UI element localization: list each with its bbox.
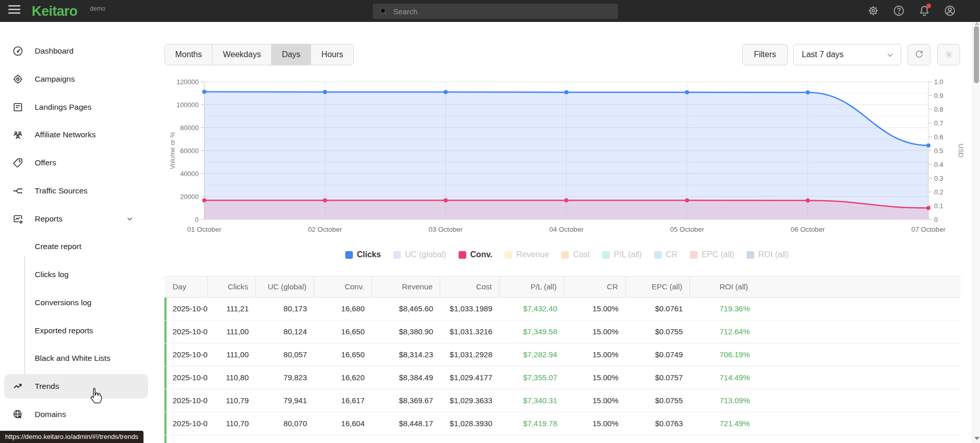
column-header-day[interactable]: Day: [164, 277, 208, 297]
legend-swatch: [602, 251, 610, 259]
table-cell: 107.21%: [690, 435, 961, 443]
table-cell: $1,031.3216: [440, 321, 499, 343]
sidebar-item-create-report[interactable]: Create report: [0, 234, 153, 259]
sidebar-item-label: Conversions log: [35, 298, 91, 307]
column-header-revenue[interactable]: Revenue: [372, 277, 440, 297]
svg-text:0.4: 0.4: [934, 161, 943, 168]
sidebar-item-conversions-log[interactable]: Conversions log: [0, 290, 153, 315]
legend-item-revenue[interactable]: Revenue: [505, 250, 549, 259]
legend-label: Revenue: [516, 250, 549, 259]
table-cell: $7,432.40: [499, 298, 564, 320]
column-header-cost[interactable]: Cost: [440, 277, 499, 297]
svg-text:100000: 100000: [177, 101, 199, 109]
trends-chart[interactable]: 02000040000600008000010000012000000.10.2…: [169, 60, 975, 240]
svg-text:0.1: 0.1: [934, 202, 943, 210]
sidebar-item-exported-reports[interactable]: Exported reports: [0, 318, 153, 343]
sidebar-item-label: Reports: [35, 214, 62, 224]
sidebar-item-dashboard[interactable]: Dashboard: [0, 39, 153, 63]
help-icon: [893, 5, 905, 17]
hamburger-menu-icon[interactable]: [8, 5, 21, 16]
table-cell: $1,033.1989: [440, 298, 499, 320]
header-account-button[interactable]: [944, 5, 956, 17]
table-row: 2025-10-03111,0080,05716,650$8,314.23$1,…: [164, 343, 961, 366]
offers-icon: $: [12, 157, 23, 168]
legend-item-cr[interactable]: CR: [654, 250, 678, 259]
legend-item-p-l-all[interactable]: P/L (all): [602, 250, 642, 259]
table-cell: 15.00%: [564, 389, 626, 412]
table-cell: 15.00%: [564, 412, 626, 435]
table-row: 2025-10-04110,8079,82316,620$8,384.49$1,…: [164, 366, 961, 389]
user-icon: [944, 5, 956, 17]
table-cell: $7,355.07: [499, 366, 564, 389]
table-cell: 80,057: [256, 343, 314, 366]
svg-text:40000: 40000: [180, 170, 199, 178]
sidebar-item-label: Traffic Sources: [35, 186, 87, 195]
table-cell: 6,648: [314, 435, 372, 443]
sidebar-item-label: Black and White Lists: [35, 354, 110, 363]
sidebar-item-traffic-sources[interactable]: Traffic Sources: [0, 179, 153, 203]
svg-text:120000: 120000: [177, 78, 199, 86]
sidebar-item-domains[interactable]: Domains: [0, 402, 153, 427]
table-row: 2025-10-06110,7080,07016,604$8,448.17$1,…: [164, 412, 961, 435]
header-help-button[interactable]: [893, 5, 905, 17]
search-input[interactable]: [393, 4, 613, 19]
header-notifications-button[interactable]: [918, 5, 930, 17]
sidebar-item-campaigns[interactable]: Campaigns: [0, 67, 153, 91]
table-cell: $7,349.58: [499, 321, 564, 343]
table-cell: 16,620: [314, 366, 372, 389]
sidebar-item-reports[interactable]: Reports: [0, 207, 153, 231]
sidebar-item-clicks-log[interactable]: Clicks log: [0, 262, 153, 287]
sidebar-item-label: Exported reports: [35, 326, 93, 335]
legend-swatch: [654, 251, 662, 259]
column-header-roi-all[interactable]: ROI (all): [690, 277, 961, 297]
keitaro-trends-page: Keitaro demo DashboardCampaignsLandings …: [0, 0, 980, 443]
header-settings-button[interactable]: [867, 5, 879, 17]
table-cell: 2025-10-01: [164, 298, 208, 320]
sidebar-item-affiliate-networks[interactable]: Affiliate Networks: [0, 122, 153, 147]
table-cell: 16,604: [314, 412, 372, 435]
table-cell: 110,80: [208, 366, 256, 389]
legend-swatch: [690, 251, 698, 259]
sidebar-item-trends[interactable]: Trends: [4, 374, 148, 399]
svg-text:Volume or %: Volume or %: [169, 132, 176, 169]
trends-table: DayClicksUC (global)Conv.RevenueCostP/L …: [164, 276, 961, 443]
table-cell: $8,448.17: [372, 412, 440, 435]
svg-text:03 October: 03 October: [428, 226, 463, 233]
table-cell: 15.00%: [564, 343, 626, 366]
table-cell: $8,314.23: [372, 343, 440, 366]
legend-item-conv[interactable]: Conv.: [459, 250, 492, 259]
vertical-scrollbar[interactable]: [972, 22, 980, 443]
sidebar-item-landings-pages[interactable]: Landings Pages: [0, 95, 153, 119]
sidebar-item-label: Offers: [35, 158, 56, 167]
legend-item-roi-all[interactable]: ROI (all): [747, 250, 789, 259]
table-cell: 2025-10-03: [164, 343, 208, 366]
scroll-down-arrow[interactable]: [974, 437, 979, 440]
table-cell: 2025-10-02: [164, 321, 208, 343]
column-header-p-l-all[interactable]: P/L (all): [499, 277, 564, 297]
global-search[interactable]: [373, 4, 618, 19]
table-cell: 714.49%: [690, 366, 961, 389]
sidebar-item-black-and-white-lists[interactable]: Black and White Lists: [0, 346, 153, 371]
legend-item-cost[interactable]: Cost: [561, 250, 590, 259]
column-header-conv[interactable]: Conv.: [314, 277, 372, 297]
table-cell: $1,029.3633: [440, 389, 499, 412]
column-header-clicks[interactable]: Clicks: [208, 277, 256, 297]
column-header-cr[interactable]: CR: [564, 277, 626, 297]
legend-item-clicks[interactable]: Clicks: [345, 250, 381, 259]
scrollbar-thumb[interactable]: [974, 26, 979, 83]
table-cell: $1,028.3930: [440, 412, 499, 435]
sidebar-item-offers[interactable]: $Offers: [0, 151, 153, 175]
table-header-row: DayClicksUC (global)Conv.RevenueCostP/L …: [164, 276, 961, 298]
column-header-epc-all[interactable]: EPC (all): [626, 277, 690, 297]
svg-text:0.8: 0.8: [934, 106, 943, 113]
column-header-uc-global[interactable]: UC (global): [256, 277, 314, 297]
legend-item-uc-global[interactable]: UC (global): [393, 250, 446, 259]
campaigns-icon: [12, 73, 23, 85]
domains-icon: [12, 409, 23, 420]
svg-text:0.5: 0.5: [934, 147, 943, 155]
legend-item-epc-all[interactable]: EPC (all): [690, 250, 734, 259]
legend-swatch: [747, 251, 754, 259]
table-cell: 111,00: [208, 321, 256, 343]
scroll-up-arrow[interactable]: [974, 22, 979, 25]
table-cell: $7,282.94: [499, 343, 564, 366]
